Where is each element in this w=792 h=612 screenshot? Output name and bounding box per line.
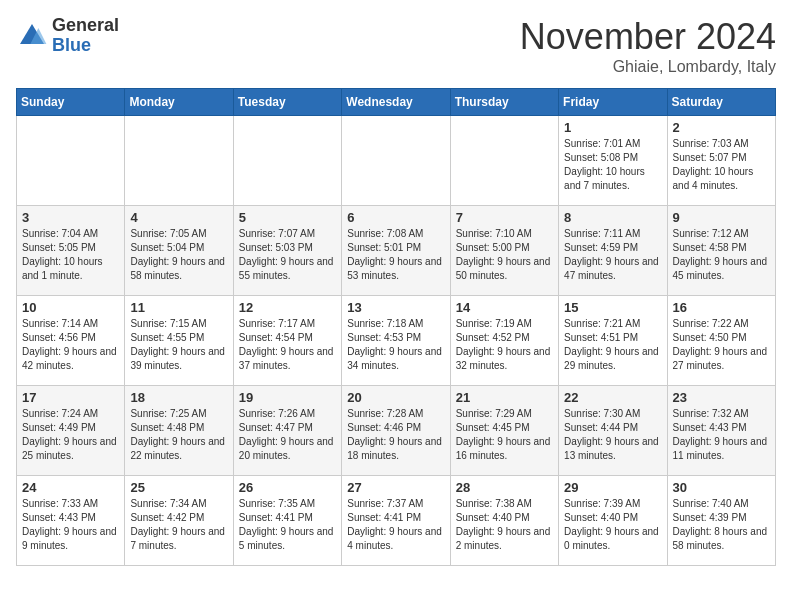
cell-info: Sunrise: 7:14 AM Sunset: 4:56 PM Dayligh…	[22, 317, 119, 373]
calendar-cell: 18Sunrise: 7:25 AM Sunset: 4:48 PM Dayli…	[125, 386, 233, 476]
calendar-cell: 26Sunrise: 7:35 AM Sunset: 4:41 PM Dayli…	[233, 476, 341, 566]
calendar-cell: 30Sunrise: 7:40 AM Sunset: 4:39 PM Dayli…	[667, 476, 775, 566]
day-number: 30	[673, 480, 770, 495]
calendar-table: SundayMondayTuesdayWednesdayThursdayFrid…	[16, 88, 776, 566]
day-number: 6	[347, 210, 444, 225]
calendar-cell: 14Sunrise: 7:19 AM Sunset: 4:52 PM Dayli…	[450, 296, 558, 386]
calendar-cell: 12Sunrise: 7:17 AM Sunset: 4:54 PM Dayli…	[233, 296, 341, 386]
calendar-cell: 19Sunrise: 7:26 AM Sunset: 4:47 PM Dayli…	[233, 386, 341, 476]
day-header-sunday: Sunday	[17, 89, 125, 116]
day-header-tuesday: Tuesday	[233, 89, 341, 116]
week-row-2: 10Sunrise: 7:14 AM Sunset: 4:56 PM Dayli…	[17, 296, 776, 386]
header: General Blue November 2024 Ghiaie, Lomba…	[16, 16, 776, 76]
day-number: 29	[564, 480, 661, 495]
day-number: 7	[456, 210, 553, 225]
logo-text: General Blue	[52, 16, 119, 56]
calendar-cell: 21Sunrise: 7:29 AM Sunset: 4:45 PM Dayli…	[450, 386, 558, 476]
day-header-wednesday: Wednesday	[342, 89, 450, 116]
cell-info: Sunrise: 7:26 AM Sunset: 4:47 PM Dayligh…	[239, 407, 336, 463]
day-number: 1	[564, 120, 661, 135]
week-row-0: 1Sunrise: 7:01 AM Sunset: 5:08 PM Daylig…	[17, 116, 776, 206]
day-header-thursday: Thursday	[450, 89, 558, 116]
calendar-cell: 16Sunrise: 7:22 AM Sunset: 4:50 PM Dayli…	[667, 296, 775, 386]
cell-info: Sunrise: 7:15 AM Sunset: 4:55 PM Dayligh…	[130, 317, 227, 373]
calendar-cell: 28Sunrise: 7:38 AM Sunset: 4:40 PM Dayli…	[450, 476, 558, 566]
cell-info: Sunrise: 7:01 AM Sunset: 5:08 PM Dayligh…	[564, 137, 661, 193]
cell-info: Sunrise: 7:38 AM Sunset: 4:40 PM Dayligh…	[456, 497, 553, 553]
day-header-friday: Friday	[559, 89, 667, 116]
day-number: 24	[22, 480, 119, 495]
calendar-cell: 22Sunrise: 7:30 AM Sunset: 4:44 PM Dayli…	[559, 386, 667, 476]
day-number: 9	[673, 210, 770, 225]
calendar-cell: 6Sunrise: 7:08 AM Sunset: 5:01 PM Daylig…	[342, 206, 450, 296]
day-number: 28	[456, 480, 553, 495]
calendar-cell: 29Sunrise: 7:39 AM Sunset: 4:40 PM Dayli…	[559, 476, 667, 566]
cell-info: Sunrise: 7:21 AM Sunset: 4:51 PM Dayligh…	[564, 317, 661, 373]
day-number: 3	[22, 210, 119, 225]
day-number: 5	[239, 210, 336, 225]
calendar-cell: 4Sunrise: 7:05 AM Sunset: 5:04 PM Daylig…	[125, 206, 233, 296]
day-number: 14	[456, 300, 553, 315]
calendar-cell	[342, 116, 450, 206]
cell-info: Sunrise: 7:29 AM Sunset: 4:45 PM Dayligh…	[456, 407, 553, 463]
cell-info: Sunrise: 7:03 AM Sunset: 5:07 PM Dayligh…	[673, 137, 770, 193]
logo: General Blue	[16, 16, 119, 56]
cell-info: Sunrise: 7:11 AM Sunset: 4:59 PM Dayligh…	[564, 227, 661, 283]
cell-info: Sunrise: 7:19 AM Sunset: 4:52 PM Dayligh…	[456, 317, 553, 373]
calendar-cell: 17Sunrise: 7:24 AM Sunset: 4:49 PM Dayli…	[17, 386, 125, 476]
calendar-cell: 5Sunrise: 7:07 AM Sunset: 5:03 PM Daylig…	[233, 206, 341, 296]
calendar-cell: 8Sunrise: 7:11 AM Sunset: 4:59 PM Daylig…	[559, 206, 667, 296]
day-number: 19	[239, 390, 336, 405]
day-number: 4	[130, 210, 227, 225]
day-header-saturday: Saturday	[667, 89, 775, 116]
calendar-cell: 20Sunrise: 7:28 AM Sunset: 4:46 PM Dayli…	[342, 386, 450, 476]
week-row-4: 24Sunrise: 7:33 AM Sunset: 4:43 PM Dayli…	[17, 476, 776, 566]
calendar-cell: 27Sunrise: 7:37 AM Sunset: 4:41 PM Dayli…	[342, 476, 450, 566]
day-number: 26	[239, 480, 336, 495]
cell-info: Sunrise: 7:28 AM Sunset: 4:46 PM Dayligh…	[347, 407, 444, 463]
calendar-cell: 1Sunrise: 7:01 AM Sunset: 5:08 PM Daylig…	[559, 116, 667, 206]
day-number: 22	[564, 390, 661, 405]
day-number: 18	[130, 390, 227, 405]
cell-info: Sunrise: 7:37 AM Sunset: 4:41 PM Dayligh…	[347, 497, 444, 553]
calendar-cell: 24Sunrise: 7:33 AM Sunset: 4:43 PM Dayli…	[17, 476, 125, 566]
cell-info: Sunrise: 7:05 AM Sunset: 5:04 PM Dayligh…	[130, 227, 227, 283]
calendar-cell	[17, 116, 125, 206]
location: Ghiaie, Lombardy, Italy	[520, 58, 776, 76]
cell-info: Sunrise: 7:39 AM Sunset: 4:40 PM Dayligh…	[564, 497, 661, 553]
calendar-cell: 25Sunrise: 7:34 AM Sunset: 4:42 PM Dayli…	[125, 476, 233, 566]
day-number: 21	[456, 390, 553, 405]
calendar-cell	[125, 116, 233, 206]
calendar-cell: 3Sunrise: 7:04 AM Sunset: 5:05 PM Daylig…	[17, 206, 125, 296]
logo-icon	[16, 20, 48, 52]
cell-info: Sunrise: 7:25 AM Sunset: 4:48 PM Dayligh…	[130, 407, 227, 463]
title-section: November 2024 Ghiaie, Lombardy, Italy	[520, 16, 776, 76]
calendar-cell: 15Sunrise: 7:21 AM Sunset: 4:51 PM Dayli…	[559, 296, 667, 386]
day-number: 8	[564, 210, 661, 225]
calendar-cell	[450, 116, 558, 206]
cell-info: Sunrise: 7:24 AM Sunset: 4:49 PM Dayligh…	[22, 407, 119, 463]
day-number: 27	[347, 480, 444, 495]
cell-info: Sunrise: 7:12 AM Sunset: 4:58 PM Dayligh…	[673, 227, 770, 283]
calendar-cell: 10Sunrise: 7:14 AM Sunset: 4:56 PM Dayli…	[17, 296, 125, 386]
logo-blue: Blue	[52, 35, 91, 55]
day-header-monday: Monday	[125, 89, 233, 116]
cell-info: Sunrise: 7:17 AM Sunset: 4:54 PM Dayligh…	[239, 317, 336, 373]
calendar-cell: 9Sunrise: 7:12 AM Sunset: 4:58 PM Daylig…	[667, 206, 775, 296]
day-number: 25	[130, 480, 227, 495]
day-number: 2	[673, 120, 770, 135]
month-title: November 2024	[520, 16, 776, 58]
day-number: 17	[22, 390, 119, 405]
day-number: 15	[564, 300, 661, 315]
week-row-3: 17Sunrise: 7:24 AM Sunset: 4:49 PM Dayli…	[17, 386, 776, 476]
day-number: 20	[347, 390, 444, 405]
calendar-cell	[233, 116, 341, 206]
cell-info: Sunrise: 7:34 AM Sunset: 4:42 PM Dayligh…	[130, 497, 227, 553]
calendar-cell: 7Sunrise: 7:10 AM Sunset: 5:00 PM Daylig…	[450, 206, 558, 296]
cell-info: Sunrise: 7:40 AM Sunset: 4:39 PM Dayligh…	[673, 497, 770, 553]
cell-info: Sunrise: 7:30 AM Sunset: 4:44 PM Dayligh…	[564, 407, 661, 463]
cell-info: Sunrise: 7:22 AM Sunset: 4:50 PM Dayligh…	[673, 317, 770, 373]
cell-info: Sunrise: 7:08 AM Sunset: 5:01 PM Dayligh…	[347, 227, 444, 283]
cell-info: Sunrise: 7:07 AM Sunset: 5:03 PM Dayligh…	[239, 227, 336, 283]
cell-info: Sunrise: 7:35 AM Sunset: 4:41 PM Dayligh…	[239, 497, 336, 553]
